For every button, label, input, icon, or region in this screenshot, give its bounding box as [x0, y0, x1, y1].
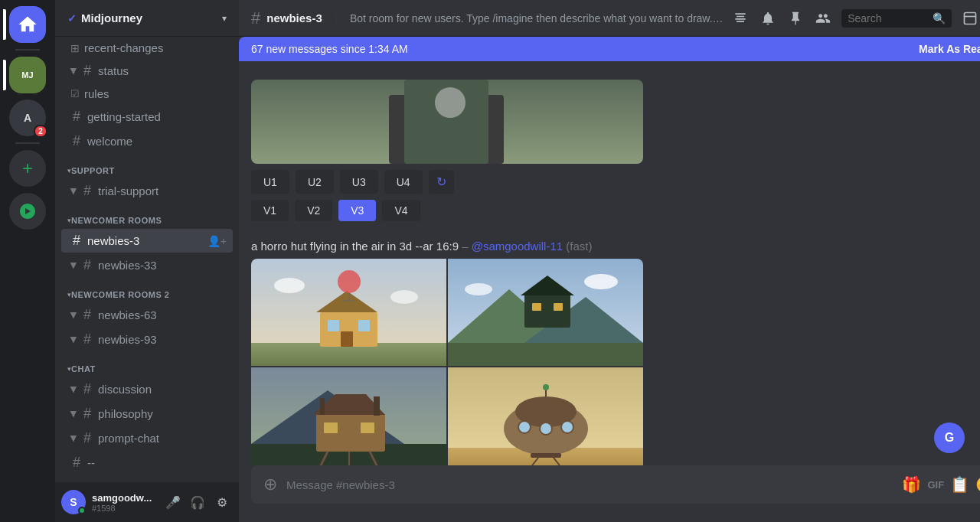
channel-getting-started[interactable]: # getting-started	[61, 105, 233, 129]
message-input[interactable]	[286, 469, 893, 501]
svg-rect-34	[324, 422, 338, 433]
search-box[interactable]: 🔍	[841, 9, 952, 28]
user-controls: 🎤 🎧 ⚙	[162, 491, 233, 513]
user-avatar[interactable]: S	[61, 490, 86, 514]
category-chat[interactable]: ▾ CHAT	[55, 352, 239, 377]
hash-icon: #	[70, 109, 83, 125]
channel-header: # newbies-3 | Bot room for new users. Ty…	[239, 0, 980, 37]
channel-newbies-33[interactable]: ▶ # newbies-33	[61, 253, 233, 277]
add-file-button[interactable]: ⊕	[263, 465, 277, 504]
header-actions: 🔍	[731, 9, 980, 28]
hash-icon: #	[81, 257, 93, 273]
hash-icon: #	[70, 233, 83, 249]
thread-icon: ▶	[69, 263, 79, 269]
variation-v4-top[interactable]: V4	[382, 200, 420, 221]
hash-icon: #	[81, 331, 93, 347]
explore-button[interactable]	[9, 193, 46, 230]
hash-icon: #	[70, 455, 83, 471]
image-prompt: a horro hut flying in the air in 3d --ar…	[251, 240, 980, 253]
svg-point-4	[435, 87, 466, 118]
image-grid	[251, 259, 643, 465]
channel-topic: Bot room for new users. Type /imagine th…	[350, 12, 725, 24]
channel-rules[interactable]: ☑ rules	[61, 83, 233, 104]
channel-newbies-63[interactable]: ▶ # newbies-63	[61, 303, 233, 327]
channel-list: ⊞ recent-changes ▶ # status ☑ rules # ge…	[55, 37, 239, 482]
sticker-button[interactable]: 📋	[950, 475, 969, 494]
channel-discussion[interactable]: ▶ # discussion	[61, 377, 233, 401]
server-divider-2	[15, 142, 40, 144]
category-newcomer-rooms-2[interactable]: ▾ NEWCOMER ROOMS 2	[55, 278, 239, 302]
emoji-button[interactable]: 😊	[975, 475, 980, 494]
members-icon[interactable]	[814, 9, 832, 28]
channel-welcome[interactable]: # welcome	[61, 129, 233, 153]
channel-trial-support[interactable]: ▶ # trial-support	[61, 179, 233, 203]
svg-point-25	[584, 274, 618, 289]
svg-point-16	[390, 290, 418, 304]
search-input[interactable]	[848, 12, 928, 24]
microphone-button[interactable]: 🎤	[162, 491, 184, 513]
svg-rect-0	[965, 12, 976, 24]
thread-icon: ▶	[69, 387, 79, 393]
channel-newbies-3[interactable]: # newbies-3 👤+	[61, 229, 233, 253]
upscale-u4-top[interactable]: U4	[384, 170, 423, 194]
variation-v3-top[interactable]: V3	[338, 200, 376, 221]
notification-bell[interactable]	[759, 9, 777, 28]
server-divider	[15, 49, 40, 51]
search-icon: 🔍	[933, 12, 946, 24]
svg-rect-23	[532, 303, 541, 311]
inbox-icon[interactable]	[961, 9, 979, 28]
channel-status[interactable]: ▶ # status	[61, 59, 233, 83]
floating-user-avatar[interactable]: G	[934, 422, 965, 453]
new-messages-text: 67 new messages since 1:34 AM	[251, 43, 408, 55]
variation-v2-top[interactable]: V2	[295, 200, 332, 221]
svg-rect-20	[448, 343, 643, 366]
grid-image-2[interactable]	[448, 259, 643, 366]
upscale-u1-top[interactable]: U1	[251, 170, 289, 194]
hash-icon: #	[81, 381, 93, 397]
channel-recent-changes[interactable]: ⊞ recent-changes	[61, 38, 233, 58]
messages-container[interactable]: 67 new messages since 1:34 AM Mark As Re…	[239, 37, 980, 465]
svg-rect-35	[361, 422, 374, 433]
main-content: # newbies-3 | Bot room for new users. Ty…	[239, 0, 980, 522]
grid-image-4[interactable]	[448, 367, 643, 465]
thread-icon: ▶	[69, 337, 79, 343]
server-name: Midjourney	[81, 11, 142, 24]
mention-link[interactable]: @samgoodwill-11	[472, 240, 563, 253]
channel-prompt-chat[interactable]: ▶ # prompt-chat	[61, 426, 233, 450]
server-2[interactable]: A 2	[9, 100, 46, 136]
hash-icon: #	[81, 406, 93, 422]
gift-button[interactable]: 🎁	[902, 475, 921, 494]
message-input-area: ⊕ 🎁 GIF 📋 😊	[239, 465, 980, 522]
add-server-button[interactable]: +	[9, 150, 46, 187]
variation-v1-top[interactable]: V1	[251, 200, 289, 221]
checkmark-icon: ✓	[67, 12, 77, 24]
category-icon: ⊞	[70, 42, 80, 54]
grid-image-1[interactable]	[251, 259, 446, 366]
mark-as-read-button[interactable]: Mark As Read 📌	[919, 43, 980, 55]
headphone-button[interactable]: 🎧	[187, 491, 208, 513]
channel-philosophy[interactable]: ▶ # philosophy	[61, 402, 233, 426]
category-newcomer-rooms[interactable]: ▾ NEWCOMER ROOMS	[55, 204, 239, 228]
svg-rect-32	[374, 396, 380, 416]
settings-button[interactable]: ⚙	[211, 491, 233, 513]
server-midjourney[interactable]: MJ	[9, 57, 46, 93]
grid-image-3[interactable]	[251, 367, 446, 465]
thread-icon-btn[interactable]	[731, 9, 750, 28]
hash-icon: #	[70, 133, 83, 149]
thread-icon: ▶	[69, 68, 79, 74]
gif-button[interactable]: GIF	[927, 479, 944, 491]
refresh-btn-top[interactable]: ↻	[429, 170, 454, 194]
upscale-u3-top[interactable]: U3	[340, 170, 378, 194]
hash-icon: #	[81, 307, 93, 323]
channel-newbies-93[interactable]: ▶ # newbies-93	[61, 328, 233, 351]
home-button[interactable]	[9, 6, 46, 43]
svg-rect-11	[341, 331, 353, 347]
svg-point-45	[561, 421, 573, 433]
svg-point-47	[543, 384, 549, 390]
upscale-u2-top[interactable]: U2	[296, 170, 334, 194]
server-header[interactable]: ✓ Midjourney ▾	[55, 0, 239, 37]
pin-icon[interactable]	[786, 9, 805, 28]
svg-point-12	[338, 270, 361, 293]
category-support[interactable]: ▾ SUPPORT	[55, 154, 239, 178]
channel-more[interactable]: # --	[61, 451, 233, 475]
